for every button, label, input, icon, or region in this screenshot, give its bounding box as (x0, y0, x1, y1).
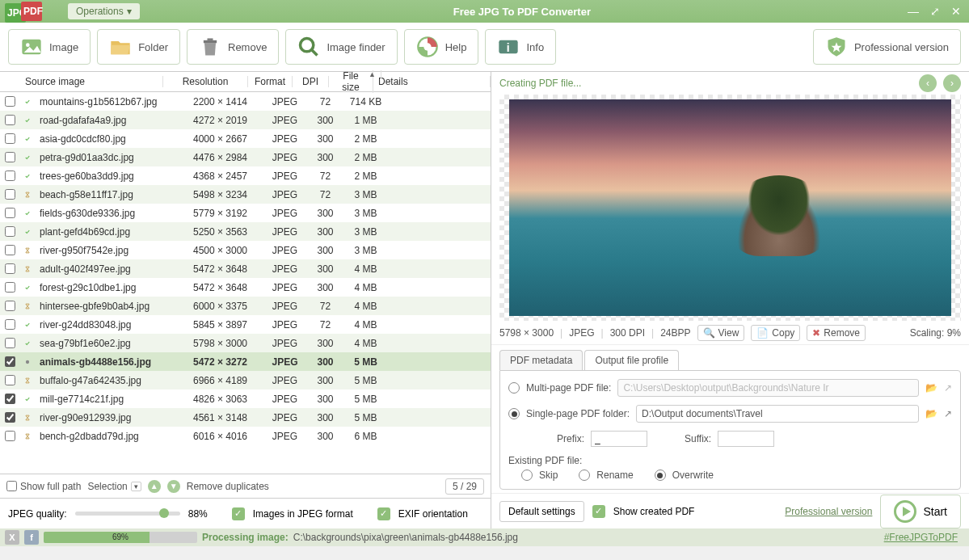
row-checkbox[interactable] (5, 356, 15, 367)
hashtag-link[interactable]: #FreeJPGToPDF (884, 532, 964, 543)
exif-checkbox[interactable]: ✓ (377, 507, 390, 520)
row-checkbox[interactable] (5, 208, 15, 218)
copy-button[interactable]: 📄Copy (751, 325, 800, 341)
row-filename: hintersee-gbfe9b0ab4.jpg (35, 301, 178, 312)
table-row[interactable]: beach-g58e11ff17.jpg5498 × 3234JPEG723 M… (0, 185, 491, 204)
operations-menu[interactable]: Operations▾ (68, 3, 140, 19)
single-page-radio[interactable] (508, 408, 520, 419)
table-row[interactable]: mountains-g1b5612b67.jpg2200 × 1414JPEG7… (0, 92, 491, 111)
show-created-pdf-checkbox[interactable]: ✓ (592, 505, 605, 518)
table-row[interactable]: buffalo-g47a642435.jpg6966 × 4189JPEG300… (0, 371, 491, 389)
suffix-input[interactable] (718, 431, 774, 447)
row-checkbox[interactable] (5, 152, 15, 162)
row-format: JPEG (263, 226, 307, 238)
row-checkbox[interactable] (5, 394, 15, 404)
pro-version-link[interactable]: Professional version (785, 506, 872, 517)
show-full-path-toggle[interactable]: Show full path (6, 481, 81, 492)
jpeg-format-checkbox[interactable]: ✓ (232, 507, 245, 520)
multi-page-radio[interactable] (508, 382, 520, 394)
row-checkbox[interactable] (5, 301, 15, 311)
table-row[interactable]: adult-g402f497ee.jpg5472 × 3648JPEG3004 … (0, 259, 491, 278)
row-checkbox[interactable] (5, 319, 15, 330)
close-button[interactable]: ✕ (948, 5, 964, 18)
jpeg-quality-slider[interactable] (75, 512, 180, 516)
svg-rect-7 (208, 39, 213, 40)
help-button[interactable]: Help (404, 29, 479, 65)
col-resolution[interactable]: Resolution (163, 76, 248, 87)
prev-image-button[interactable]: ‹ (919, 74, 937, 92)
table-row[interactable]: animals-gb4488e156.jpg5472 × 3272JPEG300… (0, 352, 491, 371)
table-body[interactable]: mountains-g1b5612b67.jpg2200 × 1414JPEG7… (0, 92, 491, 474)
table-row[interactable]: asia-gdc0cdcf80.jpg4000 × 2667JPEG3002 M… (0, 129, 491, 148)
col-details[interactable]: Details (373, 76, 491, 87)
page-indicator[interactable]: 5 / 29 (445, 478, 484, 495)
table-row[interactable]: river-g90e912939.jpg4561 × 3148JPEG3005 … (0, 408, 491, 427)
table-row[interactable]: petra-g9d01aa3dc.jpg4476 × 2984JPEG3002 … (0, 148, 491, 166)
row-checkbox[interactable] (5, 282, 15, 293)
table-row[interactable]: road-gdafafa4a9.jpg4272 × 2019JPEG3001 M… (0, 111, 491, 129)
row-checkbox[interactable] (5, 338, 15, 348)
prefix-input[interactable] (591, 431, 647, 447)
browse-multi-icon[interactable]: 📂 (925, 382, 937, 394)
remove-button[interactable]: Remove (187, 29, 279, 65)
view-button[interactable]: 🔍View (697, 325, 745, 341)
row-checkbox[interactable] (5, 189, 15, 200)
pro-version-button[interactable]: Professional version (813, 29, 961, 65)
image-finder-button[interactable]: Image finder (285, 29, 397, 65)
table-row[interactable]: trees-ge60ba3dd9.jpg4368 × 2457JPEG722 M… (0, 166, 491, 185)
row-checkbox[interactable] (5, 133, 15, 144)
existing-overwrite-radio[interactable] (655, 469, 666, 481)
row-checkbox[interactable] (5, 263, 15, 274)
twitter-icon[interactable]: X (5, 530, 19, 545)
table-row[interactable]: river-g950f7542e.jpg4500 × 3000JPEG3003 … (0, 241, 491, 259)
tab-pdf-metadata[interactable]: PDF metadata (499, 350, 583, 370)
table-row[interactable]: forest-g29c10dbe1.jpg5472 × 3648JPEG3004… (0, 278, 491, 297)
minimize-button[interactable]: — (904, 5, 922, 18)
tab-output-profile[interactable]: Output file profile (584, 350, 679, 370)
svg-point-8 (301, 39, 314, 52)
col-format[interactable]: Format (248, 76, 293, 87)
row-resolution: 4500 × 3000 (178, 245, 263, 256)
move-up-button[interactable]: ▲ (148, 480, 161, 493)
row-status-icon (20, 115, 35, 126)
table-row[interactable]: hintersee-gbfe9b0ab4.jpg6000 × 3375JPEG7… (0, 297, 491, 315)
row-checkbox[interactable] (5, 431, 15, 441)
info-button[interactable]: iInfo (485, 29, 556, 65)
table-row[interactable]: fields-g630de9336.jpg5779 × 3192JPEG3003… (0, 204, 491, 222)
table-row[interactable]: river-g24dd83048.jpg5845 × 3897JPEG724 M… (0, 315, 491, 334)
existing-rename-radio[interactable] (579, 469, 590, 481)
open-multi-icon[interactable]: ↗ (944, 382, 952, 394)
facebook-icon[interactable]: f (24, 530, 39, 545)
col-dpi[interactable]: DPI (293, 76, 329, 87)
single-page-label: Single-page PDF folder: (526, 408, 630, 419)
default-settings-button[interactable]: Default settings (499, 501, 584, 522)
row-checkbox[interactable] (5, 245, 15, 255)
start-button[interactable]: Start (880, 495, 961, 528)
row-checkbox[interactable] (5, 412, 15, 423)
row-checkbox[interactable] (5, 96, 15, 107)
row-checkbox[interactable] (5, 115, 15, 125)
table-row[interactable]: plant-gefd4b69cd.jpg5250 × 3563JPEG3003 … (0, 222, 491, 241)
single-page-path[interactable]: D:\Output documents\Travel (636, 405, 919, 423)
next-image-button[interactable]: › (943, 74, 961, 92)
col-source[interactable]: Source image (20, 76, 163, 87)
selection-menu[interactable]: Selection ▾ (87, 481, 141, 492)
table-row[interactable]: mill-ge7714c21f.jpg4826 × 3063JPEG3005 M… (0, 389, 491, 408)
move-down-button[interactable]: ▼ (167, 480, 180, 493)
open-single-icon[interactable]: ↗ (944, 408, 952, 419)
row-checkbox[interactable] (5, 171, 15, 181)
add-image-button[interactable]: Image (8, 29, 91, 65)
row-checkbox[interactable] (5, 375, 15, 385)
remove-duplicates-button[interactable]: Remove duplicates (187, 481, 269, 492)
maximize-button[interactable]: ⤢ (927, 5, 943, 18)
remove-preview-button[interactable]: ✖Remove (807, 325, 866, 341)
table-row[interactable]: sea-g79bf1e60e2.jpg5798 × 3000JPEG3004 M… (0, 334, 491, 352)
existing-skip-radio[interactable] (521, 469, 533, 481)
table-row[interactable]: bench-g2dbadd79d.jpg6016 × 4016JPEG3006 … (0, 427, 491, 445)
browse-single-icon[interactable]: 📂 (925, 408, 937, 419)
progress-bar: 69% (44, 532, 197, 543)
row-checkbox[interactable] (5, 226, 15, 237)
zoom-icon: 🔍 (703, 327, 715, 339)
add-folder-button[interactable]: Folder (97, 29, 180, 65)
meta-dpi: 300 DPI (610, 327, 645, 339)
